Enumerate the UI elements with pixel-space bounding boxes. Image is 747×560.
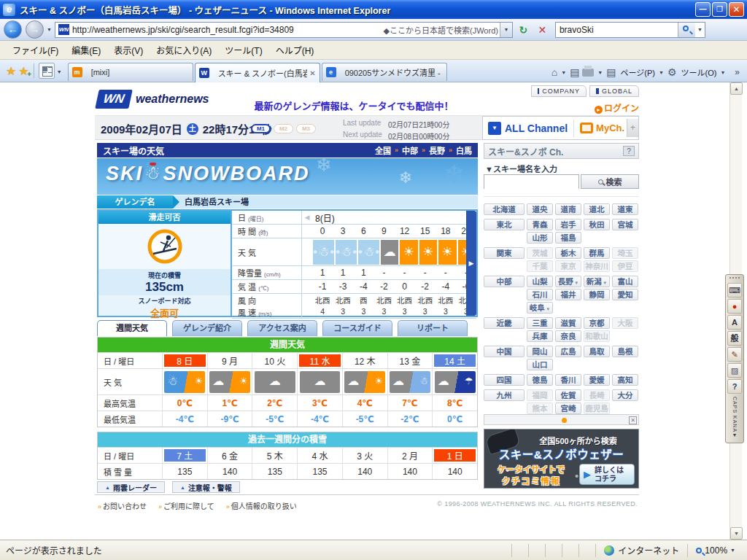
keyboard-icon[interactable]: ⌨ xyxy=(727,283,742,298)
ime-ball-icon[interactable]: ● xyxy=(727,299,742,314)
prefecture-button[interactable]: 奈良 xyxy=(555,330,581,342)
prefecture-button[interactable]: 秋田 xyxy=(584,219,610,230)
footer-link[interactable]: »お問い合わせ xyxy=(98,500,147,511)
refresh-button[interactable]: ↻ xyxy=(515,22,532,38)
scroll-right-icon[interactable]: ▶ xyxy=(466,211,476,316)
search-dropdown-icon[interactable]: ▼ xyxy=(695,23,705,37)
prefecture-button[interactable]: 岡山 xyxy=(527,346,553,357)
browser-tab[interactable]: m[mixi] xyxy=(68,63,193,81)
page-icon[interactable]: ▤ xyxy=(606,66,616,78)
pad-icon[interactable]: ▨ xyxy=(727,363,742,378)
tab-content[interactable]: コースガイド xyxy=(322,320,392,336)
resort-search-button[interactable]: 検索 xyxy=(581,174,639,189)
url-input[interactable] xyxy=(72,25,384,35)
ime-menu-icon[interactable]: ▼ xyxy=(732,432,738,438)
site-tagline[interactable]: 最新のゲレンデ情報は、ケータイでも配信中！ xyxy=(219,98,489,112)
input-mode-icon[interactable]: A xyxy=(727,315,742,330)
general-mode-icon[interactable]: 般 xyxy=(727,331,742,346)
scroll-down-icon[interactable]: ▼ xyxy=(730,527,743,540)
prefecture-button[interactable]: 宮城 xyxy=(612,219,638,230)
page-button[interactable]: ページ(P) xyxy=(621,66,655,78)
region-group-button[interactable]: 中国 xyxy=(484,346,525,357)
prefecture-button[interactable]: 宮崎 xyxy=(555,402,581,414)
tab-list-dropdown-icon[interactable]: ▼ xyxy=(57,69,62,74)
prefecture-button[interactable]: 滋賀 xyxy=(555,317,581,329)
browser-search-input[interactable] xyxy=(556,25,678,35)
prefecture-button[interactable]: 三重 xyxy=(527,317,553,329)
region-group-button[interactable]: 近畿 xyxy=(484,317,525,329)
collapse-icon[interactable]: ✕ xyxy=(629,416,637,424)
prefecture-button[interactable]: 富山 xyxy=(612,276,638,287)
footer-link[interactable]: »ご利用に際して xyxy=(158,500,214,511)
browser-tab[interactable]: Wスキー & スノボー(白馬岩...✕ xyxy=(195,63,320,82)
prefecture-button[interactable]: 岩手 xyxy=(555,219,581,230)
prefecture-button[interactable]: 香川 xyxy=(555,374,581,386)
prefecture-button[interactable]: 高知 xyxy=(612,374,638,386)
browser-tab[interactable]: e090205サンメドウズ清里 - 長... xyxy=(322,63,447,81)
prefecture-button[interactable]: 山梨 xyxy=(527,276,553,287)
favorites-center-button[interactable]: ★ xyxy=(6,64,16,78)
prefecture-button[interactable]: 徳島 xyxy=(527,374,553,386)
overflow-chevron-icon[interactable]: » xyxy=(735,67,740,77)
menu-item[interactable]: ヘルプ(H) xyxy=(269,42,321,58)
mych-button[interactable]: MyCh. xyxy=(596,122,624,133)
zoom-control[interactable]: 100% ▼ xyxy=(696,545,738,556)
mode-badge[interactable]: M3 xyxy=(296,124,316,133)
page-dropdown-icon[interactable]: ▼ xyxy=(659,70,664,75)
word-register-icon[interactable]: ✎ xyxy=(727,347,742,362)
prefecture-button[interactable]: 道南 xyxy=(555,203,581,215)
footer-link[interactable]: »個人情報の取り扱い xyxy=(226,500,297,511)
home-icon[interactable]: ⌂ xyxy=(551,66,557,78)
prefecture-button[interactable]: 愛媛 xyxy=(584,374,610,386)
global-button[interactable]: GLOBAL xyxy=(589,85,639,97)
prefecture-button[interactable]: 愛知 xyxy=(612,289,638,300)
print-dropdown-icon[interactable]: ▼ xyxy=(597,70,603,75)
resort-search-label[interactable]: ▼スキー場名を入力 xyxy=(485,163,557,174)
help-button[interactable]: ? xyxy=(623,146,635,156)
breadcrumb-item[interactable]: 白馬 xyxy=(456,144,472,156)
breadcrumb-item[interactable]: 中部 xyxy=(402,144,418,156)
region-group-button[interactable]: 四国 xyxy=(484,374,525,386)
resort-search-input[interactable] xyxy=(484,176,578,189)
home-dropdown-icon[interactable]: ▼ xyxy=(561,70,566,75)
tab-content[interactable]: アクセス案内 xyxy=(247,320,317,336)
forward-button[interactable]: → xyxy=(26,20,44,39)
back-button[interactable]: ← xyxy=(4,20,22,39)
mych-tv-icon[interactable] xyxy=(580,122,593,133)
prefecture-button[interactable]: 福井 xyxy=(555,289,581,300)
ad-detail-button[interactable]: ▶ 詳しくはコチラ xyxy=(579,464,635,485)
prefecture-button[interactable]: 石川 xyxy=(527,289,553,300)
menu-item[interactable]: お気に入り(A) xyxy=(150,42,218,58)
region-group-button[interactable]: 関東 xyxy=(484,247,525,259)
jword-search-label[interactable]: ◆ここから日本語で検索(JWord) xyxy=(384,24,500,36)
breadcrumb-item[interactable]: 全国 xyxy=(375,144,391,156)
search-go-button[interactable] xyxy=(678,23,695,37)
region-group-button[interactable]: 北海道 xyxy=(484,203,525,215)
prefecture-button[interactable]: 鳥取 xyxy=(584,346,610,357)
add-favorite-button[interactable]: ★ xyxy=(18,64,28,78)
print-icon[interactable] xyxy=(582,69,594,77)
tab-content[interactable]: リポート xyxy=(398,320,468,336)
tab-content[interactable]: ゲレンデ紹介 xyxy=(172,320,242,336)
all-channel-dropdown-icon[interactable]: ▼ xyxy=(488,122,501,135)
login-link[interactable]: ▸ログイン xyxy=(576,101,639,114)
close-button[interactable]: ✕ xyxy=(729,2,744,17)
menu-item[interactable]: ツール(T) xyxy=(218,42,268,58)
feeds-icon[interactable]: ▤ xyxy=(570,66,579,78)
jword-dropdown-icon[interactable]: ▼ xyxy=(500,23,512,37)
all-channel-button[interactable]: ALL Channel xyxy=(505,122,568,134)
scroll-up-icon[interactable]: ▲ xyxy=(730,82,743,95)
gear-icon[interactable]: ⚙ xyxy=(667,66,677,78)
prefecture-button[interactable]: 島根 xyxy=(612,346,638,357)
scroll-left-icon[interactable]: ◀ xyxy=(302,214,312,221)
prefecture-button[interactable]: 山形 xyxy=(527,232,553,244)
prefecture-button[interactable]: 静岡 xyxy=(584,289,610,300)
prefecture-button[interactable]: 福島 xyxy=(555,232,581,244)
region-group-button[interactable]: 中部 xyxy=(484,276,525,287)
prefecture-button[interactable]: 新潟 ▼ xyxy=(584,276,610,287)
tools-button[interactable]: ツール(O) xyxy=(681,66,716,78)
prefecture-button[interactable]: 大分 xyxy=(612,389,638,401)
prefecture-button[interactable]: 栃木 xyxy=(555,247,581,259)
mini-link[interactable]: ▲雨雲レーダー xyxy=(97,481,165,493)
mode-badge[interactable]: M2 xyxy=(274,124,293,133)
